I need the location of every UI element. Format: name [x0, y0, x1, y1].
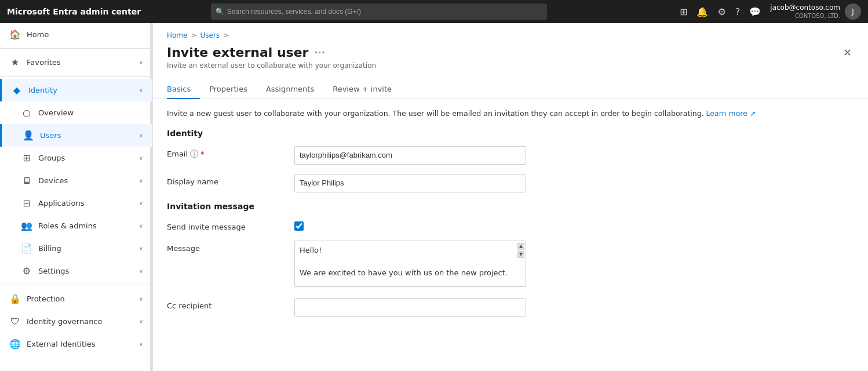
- more-options-button[interactable]: ···: [314, 47, 324, 58]
- message-textarea[interactable]: Hello! We are excited to have you with u…: [294, 241, 526, 287]
- page-title-block: Invite external user ··· Invite an exter…: [167, 45, 835, 70]
- sidebar-protection-label: Protection: [27, 294, 133, 303]
- sidebar-users-label: Users: [40, 131, 133, 140]
- sidebar-item-home[interactable]: 🏠 Home: [0, 23, 152, 46]
- external-identities-icon: 🌐: [9, 339, 21, 350]
- roles-chevron-icon: ∨: [139, 223, 143, 229]
- page-subtitle: Invite an external user to collaborate w…: [167, 61, 835, 70]
- users-chevron-icon: ∨: [139, 132, 143, 139]
- sidebar-item-favorites[interactable]: ★ Favorites ∨: [0, 51, 152, 74]
- tab-assignments[interactable]: Assignments: [257, 80, 323, 99]
- form-content: Invite a new guest user to collaborate w…: [153, 99, 868, 335]
- textarea-scroll-up-button[interactable]: ▲: [517, 243, 524, 250]
- message-label: Message: [167, 241, 283, 253]
- feedback-icon[interactable]: 💬: [749, 6, 761, 17]
- sidebar-item-billing[interactable]: 📄 Billing ∨: [0, 237, 152, 260]
- settings-sidebar-icon: ⚙: [21, 265, 32, 277]
- message-row: Message Hello! We are excited to have yo…: [167, 241, 854, 289]
- topbar-actions: ⊞ 🔔 ⚙ ? 💬 jacob@contoso.com CONTOSO, LTD…: [680, 3, 861, 20]
- portal-icon[interactable]: ⊞: [680, 6, 687, 17]
- sidebar-item-groups[interactable]: ⊞ Groups ∨: [0, 147, 152, 169]
- applications-icon: ⊟: [21, 198, 32, 209]
- sidebar-item-applications[interactable]: ⊟ Applications ∨: [0, 192, 152, 214]
- info-banner: Invite a new guest user to collaborate w…: [167, 108, 854, 119]
- textarea-scrollbar: ▲ ▼: [517, 242, 525, 288]
- governance-icon: 🛡: [9, 316, 21, 327]
- send-invite-row: Send invite message: [167, 219, 854, 231]
- settings-chevron-icon: ∨: [139, 268, 143, 274]
- home-label: Home: [27, 30, 143, 39]
- groups-chevron-icon: ∨: [139, 155, 143, 161]
- breadcrumb-users[interactable]: Users: [200, 31, 220, 39]
- billing-icon: 📄: [21, 243, 32, 254]
- sidebar-governance-label: Identity governance: [27, 317, 133, 326]
- sidebar-item-roles-admins[interactable]: 👥 Roles & admins ∨: [0, 214, 152, 237]
- tab-basics[interactable]: Basics: [167, 80, 200, 99]
- sidebar-item-external-identities[interactable]: 🌐 External Identities ∨: [0, 333, 152, 355]
- breadcrumb-sep-2: >: [223, 31, 229, 39]
- cc-recipient-field[interactable]: [294, 298, 526, 317]
- settings-icon[interactable]: ⚙: [717, 6, 725, 17]
- cc-recipient-row: Cc recipient: [167, 298, 854, 317]
- external-chevron-icon: ∨: [139, 341, 143, 347]
- users-icon: 👤: [23, 130, 34, 141]
- devices-icon: 🖥: [21, 175, 32, 186]
- groups-icon: ⊞: [21, 152, 32, 163]
- user-info: jacob@contoso.com CONTOSO, LTD.: [770, 3, 840, 20]
- cc-recipient-label: Cc recipient: [167, 298, 283, 310]
- sidebar-item-identity-governance[interactable]: 🛡 Identity governance ∨: [0, 310, 152, 333]
- overview-icon: ○: [21, 107, 32, 118]
- display-name-row: Display name: [167, 174, 854, 192]
- identity-icon: ◆: [11, 85, 23, 96]
- search-input[interactable]: [211, 3, 547, 20]
- app-title: Microsoft Entra admin center: [7, 7, 141, 16]
- email-field[interactable]: [294, 146, 526, 165]
- display-name-label: Display name: [167, 174, 283, 186]
- protection-chevron-icon: ∨: [139, 296, 143, 302]
- sidebar-item-protection[interactable]: 🔒 Protection ∨: [0, 288, 152, 310]
- search-container: 🔍: [211, 3, 547, 20]
- bell-icon[interactable]: 🔔: [696, 6, 708, 17]
- sidebar-favorites-label: Favorites: [27, 58, 133, 67]
- identity-section-title: Identity: [167, 129, 854, 138]
- tab-review-invite[interactable]: Review + invite: [323, 80, 401, 99]
- sidebar-item-identity[interactable]: ◆ Identity ∧: [0, 79, 152, 101]
- textarea-scroll-down-button[interactable]: ▼: [517, 251, 524, 258]
- sidebar-item-devices[interactable]: 🖥 Devices ∨: [0, 169, 152, 192]
- breadcrumb-sep-1: >: [191, 31, 196, 39]
- tab-properties[interactable]: Properties: [200, 80, 257, 99]
- sidebar-applications-label: Applications: [38, 199, 133, 208]
- favorites-icon: ★: [9, 57, 21, 68]
- close-button[interactable]: ✕: [841, 45, 854, 60]
- display-name-field[interactable]: [294, 174, 526, 192]
- sidebar-roles-label: Roles & admins: [38, 221, 133, 230]
- chevron-down-icon: ∨: [139, 59, 143, 66]
- sidebar-item-overview[interactable]: ○ Overview: [0, 101, 152, 124]
- help-icon[interactable]: ?: [735, 6, 741, 17]
- info-text: Invite a new guest user to collaborate w…: [167, 109, 704, 118]
- sidebar-item-settings[interactable]: ⚙ Settings ∨: [0, 260, 152, 282]
- sidebar: 🏠 Home ★ Favorites ∨ ◆ Identity ∧ ○ Over…: [0, 23, 153, 371]
- user-profile[interactable]: jacob@contoso.com CONTOSO, LTD. J: [770, 3, 861, 20]
- send-invite-label: Send invite message: [167, 219, 283, 231]
- sidebar-groups-label: Groups: [38, 154, 133, 162]
- email-row: Email i *: [167, 146, 854, 165]
- sidebar-settings-label: Settings: [38, 267, 133, 275]
- email-info-icon[interactable]: i: [190, 150, 198, 158]
- sidebar-external-label: External Identities: [27, 340, 133, 348]
- email-label: Email i *: [167, 146, 283, 158]
- avatar[interactable]: J: [845, 3, 861, 20]
- learn-more-link[interactable]: Learn more ↗: [706, 109, 756, 118]
- breadcrumb-home[interactable]: Home: [167, 31, 187, 39]
- send-invite-checkbox[interactable]: [294, 221, 304, 231]
- page-title: Invite external user ···: [167, 45, 835, 60]
- sidebar-item-users[interactable]: 👤 Users ∨: [0, 124, 152, 147]
- sidebar-devices-label: Devices: [38, 176, 133, 185]
- home-icon: 🏠: [9, 29, 21, 40]
- message-textarea-wrapper: Hello! We are excited to have you with u…: [294, 241, 526, 289]
- breadcrumb: Home > Users >: [153, 23, 868, 43]
- page-title-text: Invite external user: [167, 45, 308, 60]
- chevron-up-icon: ∧: [139, 87, 143, 93]
- protection-icon: 🔒: [9, 293, 21, 304]
- main-layout: 🏠 Home ★ Favorites ∨ ◆ Identity ∧ ○ Over…: [0, 23, 868, 371]
